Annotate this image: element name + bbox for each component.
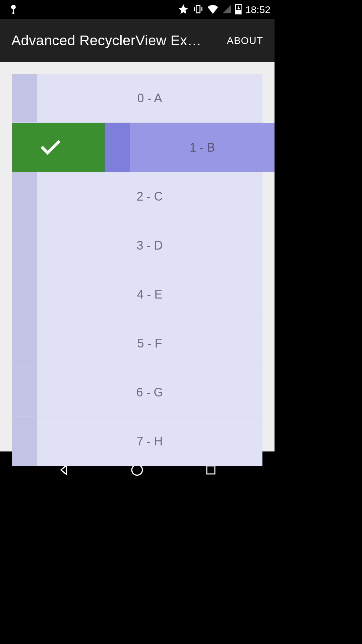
list-item[interactable]: 7 - H: [12, 417, 262, 466]
svg-rect-10: [207, 466, 215, 474]
item-label: 6 - G: [136, 385, 163, 399]
item-body[interactable]: 5 - F: [37, 319, 262, 368]
drag-handle[interactable]: [12, 368, 37, 417]
list-item[interactable]: 3 - D: [12, 221, 262, 270]
drag-handle[interactable]: [12, 221, 37, 270]
item-body[interactable]: 1 - B: [130, 123, 275, 172]
svg-point-2: [12, 12, 14, 14]
list-item[interactable]: 5 - F: [12, 319, 262, 368]
star-icon: [178, 3, 189, 16]
item-label: 4 - E: [137, 287, 162, 302]
item-label: 0 - A: [137, 91, 162, 105]
page-title: Advanced RecyclerView Exa…: [11, 33, 206, 49]
item-body[interactable]: 2 - C: [37, 172, 262, 221]
check-icon: [39, 135, 62, 160]
app-bar: Advanced RecyclerView Exa… ABOUT: [0, 19, 275, 62]
item-label: 2 - C: [136, 190, 163, 204]
wifi-icon: [207, 4, 219, 15]
drag-handle[interactable]: [12, 319, 37, 368]
item-label: 7 - H: [136, 434, 163, 448]
about-button[interactable]: ABOUT: [227, 35, 263, 46]
list-item-swiped[interactable]: 1 - B: [12, 123, 275, 172]
drag-handle[interactable]: [12, 172, 37, 221]
content-area: 0 - A 2 - C 3 - D 4 - E 5 - F: [0, 62, 275, 451]
status-bar: 18:52: [0, 0, 275, 19]
item-body[interactable]: 6 - G: [37, 368, 262, 417]
list-item[interactable]: 6 - G: [12, 368, 262, 417]
swipe-action-complete[interactable]: [12, 123, 105, 172]
svg-rect-8: [236, 10, 241, 14]
list-item[interactable]: 0 - A: [12, 74, 262, 123]
item-label: 3 - D: [136, 238, 163, 253]
list-item[interactable]: 1 - B: [105, 123, 275, 172]
svg-rect-3: [196, 5, 200, 13]
drag-handle[interactable]: [12, 74, 37, 122]
drag-handle[interactable]: [12, 417, 37, 466]
battery-charging-icon: [235, 4, 242, 16]
signal-icon: [222, 4, 232, 15]
drag-handle[interactable]: [105, 123, 130, 172]
item-body[interactable]: 7 - H: [37, 417, 262, 466]
drag-handle[interactable]: [12, 270, 37, 319]
item-body[interactable]: 4 - E: [37, 270, 262, 319]
svg-point-9: [132, 465, 143, 475]
list-item[interactable]: 2 - C: [12, 172, 262, 221]
list-item[interactable]: 4 - E: [12, 270, 262, 319]
item-body[interactable]: 0 - A: [37, 74, 262, 122]
item-label: 1 - B: [189, 141, 215, 155]
status-time: 18:52: [245, 4, 272, 15]
svg-point-0: [11, 5, 16, 9]
item-body[interactable]: 3 - D: [37, 221, 262, 270]
vibrate-icon: [192, 3, 204, 16]
debug-icon: [9, 4, 17, 15]
svg-rect-7: [237, 4, 240, 5]
item-label: 5 - F: [137, 336, 162, 351]
